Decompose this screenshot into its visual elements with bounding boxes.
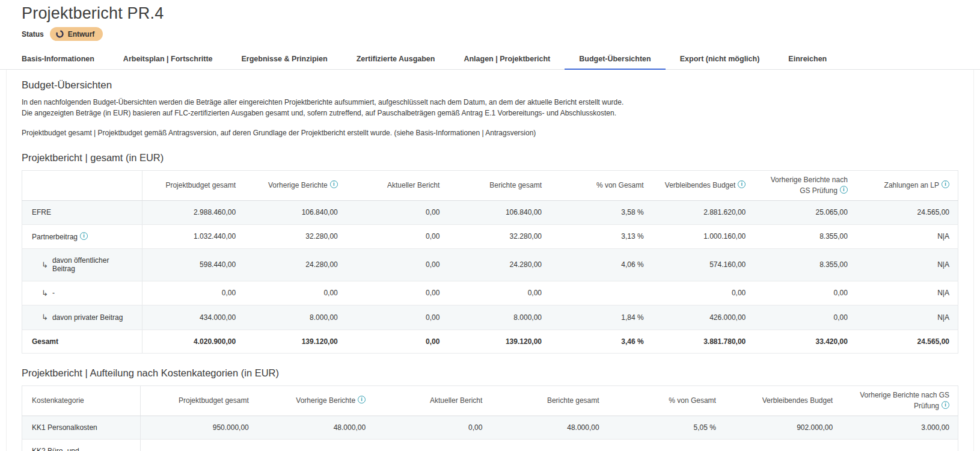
row-label: ↳davon privater Beitrag xyxy=(22,305,142,330)
header-vorherige-berichte-gs-pruefung: Vorherige Berichte nach GS Prüfungi xyxy=(754,171,856,201)
row-label: EFRE xyxy=(22,201,142,224)
header-vorherige-berichte: Vorherige Berichtei xyxy=(244,171,346,201)
row-label-text: Gesamt xyxy=(32,337,58,346)
table-cell: 0,00 xyxy=(346,248,449,281)
info-icon[interactable]: i xyxy=(358,396,366,403)
tab-ergebnisse-prinzipien[interactable]: Ergebnisse & Prinzipien xyxy=(227,48,342,70)
table-cell: N|A xyxy=(856,248,958,281)
table-cell: 4,06 % xyxy=(550,248,652,281)
header-zahlungen-an-lp: Zahlungen an LPi xyxy=(856,171,958,201)
tab-zertifizierte-ausgaben[interactable]: Zertifizierte Ausgaben xyxy=(342,48,450,70)
header-label: Vorherige Berichte nach GS Prüfung xyxy=(771,176,848,194)
table-cell: 32.280,00 xyxy=(244,224,346,248)
info-icon[interactable]: i xyxy=(840,186,848,194)
table-cell: 139.120,00 xyxy=(448,330,550,353)
description-line-2: Die angezeigten Beträge (in EUR) basiere… xyxy=(22,108,958,118)
table-cell: 48.000,00 xyxy=(257,416,374,440)
tab-bar: Basis-Informationen Arbeitsplan | Fortsc… xyxy=(0,48,980,70)
info-icon[interactable]: i xyxy=(738,180,746,188)
content-panel: Budget-Übersichten In den nachfolgenden … xyxy=(6,70,974,451)
table-cell: 24.565,00 xyxy=(856,330,958,353)
table-cell: 8.000,00 xyxy=(244,305,346,330)
table-cell: 902.000,00 xyxy=(724,416,841,440)
row-label-text: KK2 Büro- und Verwaltungskosten xyxy=(32,447,93,451)
table-cell: 70.000,00 xyxy=(141,440,257,451)
section-heading: Budget-Übersichten xyxy=(22,79,958,91)
header-label: Vorherige Berichte xyxy=(268,181,328,189)
table-cell: 5,05 % xyxy=(608,416,724,440)
tab-basis-informationen[interactable]: Basis-Informationen xyxy=(7,48,109,70)
header-label: Vorherige Berichte nach GS Prüfung xyxy=(860,391,949,410)
tab-budget-uebersichten[interactable]: Budget-Übersichten xyxy=(565,48,665,70)
table-cell: 0,00 xyxy=(346,201,449,224)
table-cell: 48.000,00 xyxy=(491,416,607,440)
header-aktueller-bericht: Aktueller Bericht xyxy=(374,386,491,416)
table-cell: 574.160,00 xyxy=(652,248,755,281)
status-row: Status Entwurf xyxy=(22,27,958,41)
info-icon[interactable]: i xyxy=(942,401,949,409)
table-cell: 0,00 xyxy=(754,305,856,330)
table-cell: 0,00 xyxy=(346,224,449,248)
sub-row-arrow-icon: ↳ xyxy=(41,313,48,322)
table-row-partnerbeitrag: Partnerbeitragi 1.032.440,00 32.280,00 0… xyxy=(22,224,958,248)
tab-export[interactable]: Export (nicht möglich) xyxy=(666,48,774,70)
page-header: Projektbericht PR.4 Status Entwurf xyxy=(0,0,980,41)
header-label: Verbleibendes Budget xyxy=(762,396,833,405)
table-cell: 8.355,00 xyxy=(754,224,856,248)
table-cell: 25.065,00 xyxy=(754,201,856,224)
row-label: ↳davon öffentlicher Beitrag xyxy=(22,248,142,281)
table-cell: N|A xyxy=(856,224,958,248)
table-cell: 0,00 xyxy=(244,281,346,305)
row-label: KK1 Personalkosten xyxy=(22,416,141,440)
table-cell: 0,00 xyxy=(142,281,245,305)
table-cell: 3,46 % xyxy=(550,330,652,353)
table-cell: 0,00 xyxy=(652,281,755,305)
status-label: Status xyxy=(22,30,44,38)
table-row-davon-oeffentlicher-beitrag: ↳davon öffentlicher Beitrag 598.440,00 2… xyxy=(22,248,958,281)
info-icon[interactable]: i xyxy=(330,180,338,188)
table-row-kk1-personalkosten: KK1 Personalkosten 950.000,00 48.000,00 … xyxy=(22,416,958,440)
info-icon[interactable]: i xyxy=(80,232,88,240)
tab-anlagen-projektbericht[interactable]: Anlagen | Projektbericht xyxy=(449,48,565,70)
header-kostenkategorie: Kostenkategorie xyxy=(22,386,141,416)
table-cell: 0,00 xyxy=(346,330,449,353)
table-cell: 1,84 % xyxy=(550,305,652,330)
status-badge-label: Entwurf xyxy=(68,30,95,38)
table-cell: 1,14 % xyxy=(608,440,724,451)
header-label: Berichte gesamt xyxy=(489,181,542,189)
tab-arbeitsplan-fortschritte[interactable]: Arbeitsplan | Fortschritte xyxy=(109,48,227,70)
table-cell: 24.280,00 xyxy=(244,248,346,281)
table-cell: 0,00 xyxy=(448,281,550,305)
header-verbleibendes-budget: Verbleibendes Budget xyxy=(724,386,841,416)
header-label: Kostenkategorie xyxy=(32,396,84,405)
header-label: Berichte gesamt xyxy=(547,396,599,405)
tab-einreichen[interactable]: Einreichen xyxy=(774,48,841,70)
header-label: Projektbudget gesamt xyxy=(165,181,236,189)
table-cell: 3,13 % xyxy=(550,224,652,248)
table-cell: 426.000,00 xyxy=(652,305,755,330)
header-verbleibendes-budget: Verbleibendes Budgeti xyxy=(652,171,755,201)
description-note: Projektbudget gesamt | Projektbudget gem… xyxy=(22,127,958,138)
row-label-text: davon privater Beitrag xyxy=(52,313,123,322)
row-label: Partnerbeitragi xyxy=(22,224,142,248)
header-prozent-von-gesamt: % von Gesamt xyxy=(608,386,724,416)
table-kostenkategorien: Kostenkategorie Projektbudget gesamt Vor… xyxy=(22,385,958,451)
header-label: Aktueller Bericht xyxy=(387,181,439,189)
table-row-kk2-buero-verwaltungskosten: KK2 Büro- und Verwaltungskosten 70.000,0… xyxy=(22,440,958,451)
table-cell: N|A xyxy=(856,305,958,330)
row-label: ↳- xyxy=(22,281,142,305)
table-cell: 1.000.160,00 xyxy=(652,224,755,248)
table-cell: 3,58 % xyxy=(550,201,652,224)
status-badge: Entwurf xyxy=(50,27,103,41)
table-cell: 8.355,00 xyxy=(754,248,856,281)
header-berichte-gesamt: Berichte gesamt xyxy=(491,386,607,416)
row-label-text: davon öffentlicher Beitrag xyxy=(52,256,133,274)
header-projektbudget-gesamt: Projektbudget gesamt xyxy=(141,386,257,416)
row-label-text: EFRE xyxy=(32,208,51,216)
header-vorherige-berichte: Vorherige Berichtei xyxy=(257,386,374,416)
table-cell: 3.000,00 xyxy=(841,416,958,440)
row-label: Gesamt xyxy=(22,330,142,353)
table-gesamt-title: Projektbericht | gesamt (in EUR) xyxy=(22,152,958,164)
info-icon[interactable]: i xyxy=(942,180,949,188)
table-cell: 24.280,00 xyxy=(448,248,550,281)
